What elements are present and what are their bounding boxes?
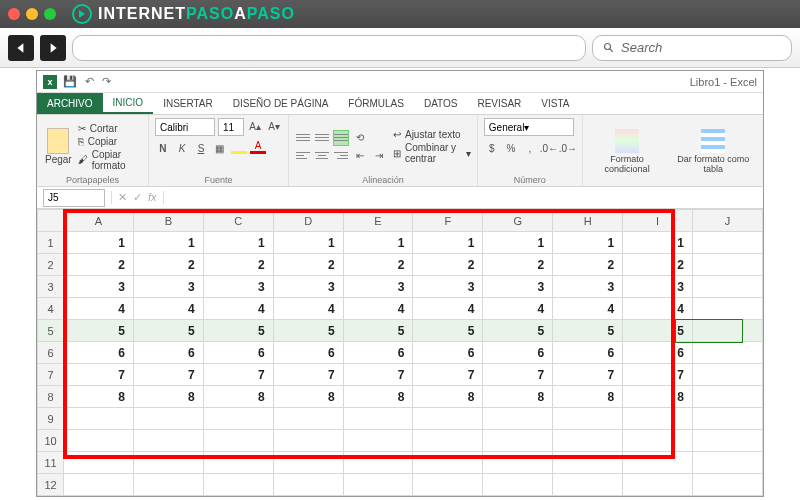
- cell-A9[interactable]: [64, 408, 134, 430]
- cell-F4[interactable]: 4: [413, 298, 483, 320]
- copy-button[interactable]: ⎘Copiar: [78, 136, 142, 147]
- cell-D4[interactable]: 4: [273, 298, 343, 320]
- cell-I12[interactable]: [623, 474, 693, 496]
- cell-I11[interactable]: [623, 452, 693, 474]
- row-header-2[interactable]: 2: [38, 254, 64, 276]
- bold-button[interactable]: N: [155, 140, 171, 156]
- cell-H11[interactable]: [553, 452, 623, 474]
- cell-F7[interactable]: 7: [413, 364, 483, 386]
- cell-F1[interactable]: 1: [413, 232, 483, 254]
- increase-font-icon[interactable]: A▴: [247, 118, 263, 134]
- cell-E9[interactable]: [343, 408, 413, 430]
- cell-H2[interactable]: 2: [553, 254, 623, 276]
- cell-D3[interactable]: 3: [273, 276, 343, 298]
- cell-B10[interactable]: [133, 430, 203, 452]
- name-box[interactable]: J5: [43, 189, 105, 207]
- cell-G6[interactable]: 6: [483, 342, 553, 364]
- cell-A12[interactable]: [64, 474, 134, 496]
- cell-G5[interactable]: 5: [483, 320, 553, 342]
- cell-F10[interactable]: [413, 430, 483, 452]
- cell-F11[interactable]: [413, 452, 483, 474]
- cell-J4[interactable]: [693, 298, 763, 320]
- format-as-table-button[interactable]: Dar formato como tabla: [669, 129, 757, 175]
- cell-B4[interactable]: 4: [133, 298, 203, 320]
- cell-C6[interactable]: 6: [203, 342, 273, 364]
- align-top-icon[interactable]: [295, 130, 311, 146]
- cell-G3[interactable]: 3: [483, 276, 553, 298]
- cell-J10[interactable]: [693, 430, 763, 452]
- cell-D12[interactable]: [273, 474, 343, 496]
- cell-E3[interactable]: 3: [343, 276, 413, 298]
- cell-A5[interactable]: 5: [64, 320, 134, 342]
- cell-H8[interactable]: 8: [553, 386, 623, 408]
- url-input[interactable]: [72, 35, 586, 61]
- cell-E10[interactable]: [343, 430, 413, 452]
- cell-G2[interactable]: 2: [483, 254, 553, 276]
- cell-F12[interactable]: [413, 474, 483, 496]
- cell-B1[interactable]: 1: [133, 232, 203, 254]
- formula-input[interactable]: [164, 189, 763, 207]
- cell-A8[interactable]: 8: [64, 386, 134, 408]
- cell-C5[interactable]: 5: [203, 320, 273, 342]
- cell-B11[interactable]: [133, 452, 203, 474]
- cell-B7[interactable]: 7: [133, 364, 203, 386]
- column-header-E[interactable]: E: [343, 210, 413, 232]
- cell-I5[interactable]: 5: [623, 320, 693, 342]
- cell-B5[interactable]: 5: [133, 320, 203, 342]
- cell-A10[interactable]: [64, 430, 134, 452]
- cell-B2[interactable]: 2: [133, 254, 203, 276]
- borders-button[interactable]: ▦: [212, 140, 228, 156]
- merge-center-button[interactable]: ⊞Combinar y centrar ▾: [393, 142, 471, 164]
- row-header-9[interactable]: 9: [38, 408, 64, 430]
- row-header-8[interactable]: 8: [38, 386, 64, 408]
- row-header-3[interactable]: 3: [38, 276, 64, 298]
- cell-G11[interactable]: [483, 452, 553, 474]
- cell-H5[interactable]: 5: [553, 320, 623, 342]
- cell-G10[interactable]: [483, 430, 553, 452]
- cell-D6[interactable]: 6: [273, 342, 343, 364]
- cell-B12[interactable]: [133, 474, 203, 496]
- cell-D5[interactable]: 5: [273, 320, 343, 342]
- cell-F6[interactable]: 6: [413, 342, 483, 364]
- cell-F8[interactable]: 8: [413, 386, 483, 408]
- cell-C4[interactable]: 4: [203, 298, 273, 320]
- cell-J6[interactable]: [693, 342, 763, 364]
- fill-color-button[interactable]: [231, 140, 247, 154]
- cell-J1[interactable]: [693, 232, 763, 254]
- column-header-C[interactable]: C: [203, 210, 273, 232]
- row-header-4[interactable]: 4: [38, 298, 64, 320]
- cell-I6[interactable]: 6: [623, 342, 693, 364]
- cell-E11[interactable]: [343, 452, 413, 474]
- cell-J2[interactable]: [693, 254, 763, 276]
- cell-I7[interactable]: 7: [623, 364, 693, 386]
- tab-review[interactable]: REVISAR: [467, 93, 531, 114]
- cell-C3[interactable]: 3: [203, 276, 273, 298]
- cell-F2[interactable]: 2: [413, 254, 483, 276]
- cell-A11[interactable]: [64, 452, 134, 474]
- conditional-formatting-button[interactable]: Formato condicional: [589, 129, 666, 175]
- tab-file[interactable]: ARCHIVO: [37, 93, 103, 114]
- cell-J8[interactable]: [693, 386, 763, 408]
- cut-button[interactable]: ✂Cortar: [78, 123, 142, 134]
- cell-C7[interactable]: 7: [203, 364, 273, 386]
- cell-H3[interactable]: 3: [553, 276, 623, 298]
- row-header-11[interactable]: 11: [38, 452, 64, 474]
- cell-I1[interactable]: 1: [623, 232, 693, 254]
- cell-D7[interactable]: 7: [273, 364, 343, 386]
- italic-button[interactable]: K: [174, 140, 190, 156]
- nav-back-button[interactable]: [8, 35, 34, 61]
- cell-A2[interactable]: 2: [64, 254, 134, 276]
- cell-E8[interactable]: 8: [343, 386, 413, 408]
- row-header-5[interactable]: 5: [38, 320, 64, 342]
- cell-D8[interactable]: 8: [273, 386, 343, 408]
- cell-A6[interactable]: 6: [64, 342, 134, 364]
- cell-H4[interactable]: 4: [553, 298, 623, 320]
- align-bottom-icon[interactable]: [333, 130, 349, 146]
- cell-G4[interactable]: 4: [483, 298, 553, 320]
- cell-H9[interactable]: [553, 408, 623, 430]
- column-header-F[interactable]: F: [413, 210, 483, 232]
- cell-C8[interactable]: 8: [203, 386, 273, 408]
- cell-J12[interactable]: [693, 474, 763, 496]
- tab-data[interactable]: DATOS: [414, 93, 468, 114]
- cell-H1[interactable]: 1: [553, 232, 623, 254]
